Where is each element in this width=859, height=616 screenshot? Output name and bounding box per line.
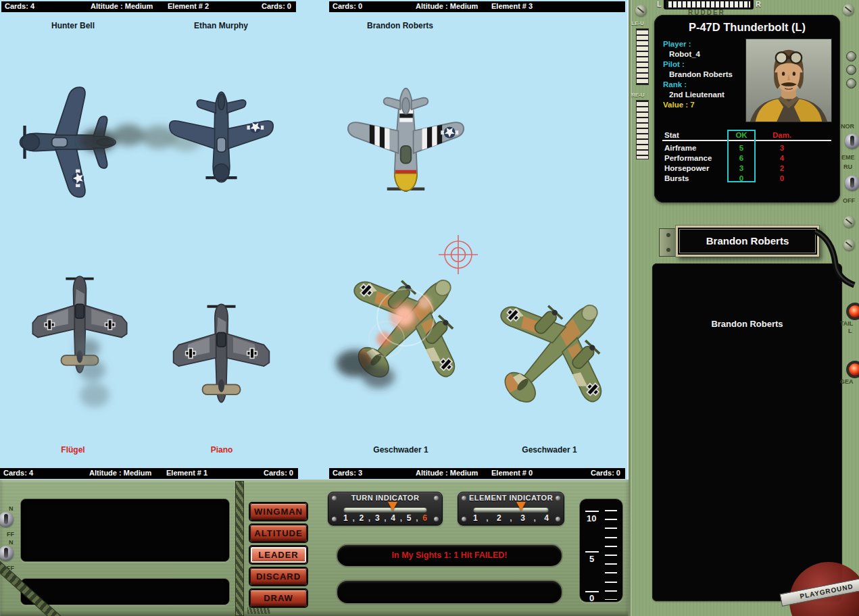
toggle-switch-icon[interactable] — [845, 134, 859, 149]
rank-value: 2nd Lieutenant — [663, 90, 745, 100]
screw-icon — [332, 496, 337, 500]
turn-number: 3 — [375, 513, 380, 523]
nameplate-hinge — [659, 228, 678, 257]
tail-l-label: L — [848, 328, 852, 334]
stat-ok-value: 6 — [739, 154, 743, 162]
aircraft-title: P-47D Thunderbolt (L) — [654, 21, 840, 34]
gauge-label-10: 10 — [587, 513, 596, 523]
status-bar-bottom-right: Cards: 3 Altitude : Medium Element # 0 C… — [329, 468, 625, 479]
toggle-switch-icon[interactable] — [845, 176, 859, 190]
pilot-name-hunter-bell: Hunter Bell — [51, 21, 95, 30]
screw-icon — [556, 517, 560, 521]
element-numbers: 1,2,3,4 — [473, 513, 549, 523]
game-screen: Cards: 4 Altitude : Medium Element # 2 C… — [0, 0, 859, 616]
gauge-tick-column — [605, 510, 617, 600]
secondary-message-box — [336, 580, 563, 605]
smoke-effect-flugel — [59, 331, 127, 419]
altitude-status: Altitude : Medium — [91, 2, 153, 10]
switch-label: N — [9, 505, 14, 512]
element-pointer-icon[interactable] — [516, 502, 526, 511]
gauge-tick — [585, 591, 599, 592]
rudder-left-label: L — [657, 0, 662, 8]
dam-header: Dam. — [772, 131, 791, 139]
turn-pointer-icon[interactable] — [388, 502, 397, 511]
screw-icon — [843, 4, 854, 16]
cards-count: Cards: 0 — [591, 469, 620, 477]
toggle-switch-icon[interactable] — [0, 512, 14, 527]
stat-dam-value: 4 — [780, 154, 784, 162]
turn-indicator-title: TURN INDICATOR — [328, 494, 442, 502]
aircraft-corsair-ethan-murphy[interactable] — [166, 73, 277, 184]
element-indicator: ELEMENT INDICATOR 1,2,3,4 — [458, 492, 564, 525]
turn-number-active: 6 — [422, 513, 427, 523]
element-number: 4 — [544, 513, 549, 523]
combat-message-box: In My Sights 1: 1 Hit FAILED! — [336, 544, 563, 567]
crosshair-icon[interactable] — [438, 234, 478, 275]
aircraft-bf109-piano[interactable] — [162, 301, 280, 419]
pilot-selector[interactable]: Brandon Roberts — [676, 226, 819, 257]
leader-button[interactable]: LEADER — [250, 546, 307, 563]
roster-entry-brandon-roberts[interactable]: Brandon Roberts — [652, 319, 842, 329]
stat-dam-value: 3 — [780, 144, 784, 152]
aircraft-p47-brandon-roberts[interactable] — [343, 70, 468, 195]
aircraft-he111-geschwader[interactable] — [447, 254, 652, 459]
hand-display-box — [20, 498, 230, 562]
connector-icon — [846, 51, 856, 61]
rudder-right-label: R — [756, 0, 761, 8]
stat-name: Performance — [664, 154, 712, 162]
tail-label: TAIL — [840, 320, 853, 327]
re-u-label: RE-U — [631, 92, 645, 98]
stat-name: Airframe — [664, 144, 696, 152]
draw-button[interactable]: DRAW — [250, 590, 307, 607]
altitude-status: Altitude : Medium — [89, 469, 151, 477]
selected-pilot-name: Brandon Roberts — [678, 228, 817, 255]
status-bar-bottom-left: Cards: 4 Altitude : Medium Element # 1 C… — [0, 468, 298, 479]
turn-number: 4 — [391, 513, 395, 523]
red-light-icon — [846, 303, 859, 320]
element-indicator-title: ELEMENT INDICATOR — [458, 494, 564, 502]
pilot-info-fields: Player : Robot_4 Pilot : Brandon Roberts… — [663, 39, 745, 110]
gauge-tick — [585, 511, 599, 512]
cards-count: Cards: 0 — [333, 2, 362, 10]
altitude-button[interactable]: ALTITUDE — [250, 525, 307, 542]
rudder-gauge — [666, 1, 751, 8]
stat-dam-value: 2 — [780, 164, 784, 172]
turn-indicator: TURN INDICATOR 1,2,3,4,5,6 — [328, 492, 443, 525]
pilot-label: Pilot : — [663, 59, 745, 70]
combat-message: In My Sights 1: 1 Hit FAILED! — [337, 545, 562, 566]
discard-button[interactable]: DISCARD — [250, 568, 307, 585]
stamp-mark — [247, 607, 270, 614]
altitude-gauge: 10 5 0 — [579, 498, 623, 602]
element-number: Element # 3 — [491, 2, 533, 10]
screw-icon — [635, 5, 647, 16]
pilot-name-ethan-murphy: Ethan Murphy — [194, 21, 248, 30]
pilot-value: Brandon Roberts — [663, 70, 745, 80]
explosion-smoke-effect — [324, 277, 466, 399]
pilot-name-brandon-roberts: Brandon Roberts — [367, 21, 433, 30]
screw-icon — [462, 496, 466, 500]
turn-number: 1 — [343, 513, 348, 523]
eme-label: EME — [841, 154, 855, 161]
connector-icon — [846, 65, 856, 75]
wingman-button[interactable]: WINGMAN — [250, 503, 307, 520]
status-bar-top-left: Cards: 4 Altitude : Medium Element # 2 C… — [1, 1, 296, 12]
gear-label: GEA — [840, 378, 854, 385]
gauge-label-0: 0 — [589, 593, 594, 603]
cards-count: Cards: 3 — [333, 469, 362, 477]
cards-count: Cards: 4 — [5, 2, 34, 10]
unit-label-geschwader-1a: Geschwader 1 — [373, 445, 428, 455]
player-value: Robot_4 — [663, 49, 745, 59]
element-number: Element # 0 — [491, 469, 533, 477]
screw-icon — [556, 496, 560, 500]
element-number: 2 — [497, 513, 501, 523]
turn-slider-track — [343, 507, 427, 513]
player-label: Player : — [663, 39, 745, 49]
toggle-switch-icon[interactable] — [0, 546, 14, 561]
turn-number: 2 — [359, 513, 364, 523]
rank-label: Rank : — [663, 80, 745, 90]
stat-ok-value: 3 — [739, 164, 743, 172]
control-panel: N FF N FF WINGMAN ALTITUDE LEADER DISCAR… — [0, 480, 629, 616]
status-bar-top-right: Cards: 0 Altitude : Medium Element # 3 — [329, 1, 625, 12]
stat-ok-value: 5 — [739, 144, 743, 152]
stat-header: Stat — [664, 131, 679, 139]
